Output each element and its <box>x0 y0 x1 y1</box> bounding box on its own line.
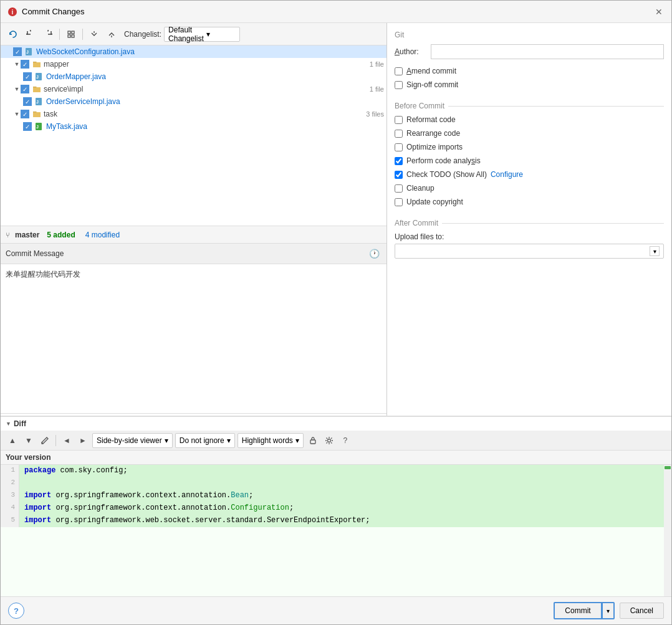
check-todo-label[interactable]: Check TODO (Show All) <box>406 170 487 179</box>
configure-link[interactable]: Configure <box>491 170 523 179</box>
author-label: Author: <box>395 47 426 56</box>
diff-highlight-label: Highlight words <box>242 436 293 445</box>
tree-item-websocket[interactable]: ✓ J WebSocketConfiguration.java <box>1 45 386 58</box>
checkbox-task[interactable]: ✓ <box>21 110 29 118</box>
diff-code-view[interactable]: 1 package com.sky.config; 2 3 import org… <box>1 465 664 596</box>
update-copyright-label[interactable]: Update copyright <box>406 198 463 206</box>
commit-button[interactable]: Commit <box>554 602 602 619</box>
group-btn[interactable] <box>64 27 79 42</box>
svg-rect-3 <box>72 31 74 34</box>
sign-off-label[interactable]: Sign-off commit <box>406 80 458 89</box>
diff-up-btn[interactable]: ▲ <box>6 434 19 447</box>
sep1 <box>59 29 60 40</box>
your-version-label: Your version <box>1 451 671 465</box>
reformat-code-label[interactable]: Reformat code <box>406 115 456 124</box>
check-todo-row: Check TODO (Show All) Configure <box>395 170 664 179</box>
changelist-value: Default Changelist <box>168 26 204 43</box>
optimize-imports-label[interactable]: Optimize imports <box>406 143 463 151</box>
svg-rect-2 <box>68 31 70 34</box>
java-ordermapper-icon: J <box>34 72 44 82</box>
diff-ignore-dropdown[interactable]: Do not ignore ▾ <box>175 433 235 448</box>
cancel-button[interactable]: Cancel <box>620 603 664 619</box>
sign-off-checkbox[interactable] <box>395 81 403 89</box>
diff-section-header[interactable]: ▼ Diff <box>1 417 671 431</box>
diff-next-btn[interactable]: ► <box>76 434 90 447</box>
author-input[interactable] <box>431 44 664 59</box>
redo-btn[interactable] <box>41 27 55 42</box>
checkbox-ordermapper[interactable]: ✓ <box>23 72 32 81</box>
badge-serviceimpl: 1 file <box>370 85 384 93</box>
rearrange-code-checkbox[interactable] <box>395 130 403 138</box>
file-tree: ✓ J WebSocketConfiguration.java ▼ ✓ mapp… <box>1 45 386 226</box>
commit-message-header: Commit Message 🕐 <box>1 244 386 264</box>
perform-analysis-checkbox[interactable] <box>395 157 403 165</box>
cleanup-row: Cleanup <box>395 184 664 193</box>
amend-commit-checkbox[interactable] <box>395 67 403 75</box>
commit-dropdown-btn[interactable]: ▾ <box>602 602 615 619</box>
tree-item-ordermapper[interactable]: ✓ J OrderMapper.java <box>1 70 386 83</box>
diff-highlight-dropdown[interactable]: Highlight words ▾ <box>238 433 304 448</box>
diff-toolbar: ▲ ▼ ◄ ► Side-by-side viewer ▾ Do not ign… <box>1 431 671 451</box>
checkbox-serviceimpl[interactable]: ✓ <box>21 85 29 93</box>
collapse-all-btn[interactable] <box>104 27 119 42</box>
refresh-btn[interactable] <box>6 27 21 42</box>
svg-rect-4 <box>68 35 70 37</box>
diff-line-1: 1 package com.sky.config; <box>1 465 664 477</box>
reformat-code-checkbox[interactable] <box>395 116 403 124</box>
commit-message-input[interactable]: 来单提醒功能代码开发 <box>1 264 386 414</box>
diff-help-btn[interactable]: ? <box>338 434 352 447</box>
badge-task: 3 files <box>366 110 384 118</box>
help-button[interactable]: ? <box>8 603 24 619</box>
tree-item-serviceimpl[interactable]: ▼ ✓ service\impl 1 file <box>1 83 386 95</box>
diff-line-4: 4 import org.springframework.context.ann… <box>1 502 664 515</box>
optimize-imports-row: Optimize imports <box>395 143 664 151</box>
checkbox-websocket[interactable]: ✓ <box>13 47 22 56</box>
upload-dropdown-btn[interactable]: ▾ <box>650 246 660 256</box>
checkbox-mapper[interactable]: ✓ <box>21 60 29 69</box>
file-label-websocket: WebSocketConfiguration.java <box>36 47 384 56</box>
diff-lock-btn[interactable] <box>306 434 320 447</box>
cleanup-label[interactable]: Cleanup <box>406 184 434 193</box>
commit-history-btn[interactable]: 🕐 <box>367 246 382 261</box>
file-label-mytask: MyTask.java <box>46 122 384 131</box>
window-title: Commit Changes <box>22 7 653 16</box>
added-badge: 5 added <box>44 230 77 240</box>
diff-line-2: 2 <box>1 477 664 490</box>
java-orderserviceimpl-icon: J <box>34 97 44 107</box>
bottom-buttons: ? Commit ▾ Cancel <box>1 596 671 624</box>
optimize-imports-checkbox[interactable] <box>395 143 403 151</box>
diff-viewer-dropdown[interactable]: Side-by-side viewer ▾ <box>92 433 173 448</box>
update-copyright-checkbox[interactable] <box>395 198 403 206</box>
amend-commit-label[interactable]: Amend commit <box>406 67 456 75</box>
diff-prev-btn[interactable]: ◄ <box>60 434 74 447</box>
diff-down-btn[interactable]: ▼ <box>22 434 36 447</box>
checkbox-mytask[interactable]: ✓ <box>23 122 32 131</box>
rearrange-code-label[interactable]: Rearrange code <box>406 129 460 138</box>
diff-change-indicator <box>665 466 671 469</box>
commit-message-section: Commit Message 🕐 来单提醒功能代码开发 <box>1 244 386 416</box>
undo-btn[interactable] <box>23 27 38 42</box>
diff-line-3: 3 import org.springframework.context.ann… <box>1 490 664 502</box>
tree-item-mytask[interactable]: ✓ J MyTask.java <box>1 120 386 133</box>
tree-item-orderserviceimpl[interactable]: ✓ J OrderServiceImpl.java <box>1 95 386 108</box>
check-todo-checkbox[interactable] <box>395 171 403 179</box>
checkbox-orderserviceimpl[interactable]: ✓ <box>23 97 32 106</box>
perform-analysis-label[interactable]: Perform code analysis <box>406 156 481 165</box>
tree-item-mapper[interactable]: ▼ ✓ mapper 1 file <box>1 58 386 70</box>
close-button[interactable]: ✕ <box>653 6 665 18</box>
main-content: Changelist: Default Changelist ▾ ✓ J Web… <box>1 23 671 416</box>
diff-edit-btn[interactable] <box>38 434 52 447</box>
sep2 <box>82 29 83 40</box>
expand-all-btn[interactable] <box>87 27 102 42</box>
tree-item-task[interactable]: ▼ ✓ task 3 files <box>1 108 386 120</box>
right-panel: Git Author: Amend commit Sign-off commit… <box>387 23 671 416</box>
diff-viewer-label: Side-by-side viewer <box>97 436 162 445</box>
after-commit-label: After Commit <box>395 219 438 227</box>
cleanup-checkbox[interactable] <box>395 184 403 193</box>
upload-files-input[interactable]: ▾ <box>395 244 664 259</box>
reformat-code-row: Reformat code <box>395 115 664 124</box>
changelist-dropdown[interactable]: Default Changelist ▾ <box>164 27 240 42</box>
diff-settings-btn[interactable] <box>322 434 336 447</box>
git-section-label: Git <box>395 31 664 39</box>
svg-text:J: J <box>36 125 39 129</box>
